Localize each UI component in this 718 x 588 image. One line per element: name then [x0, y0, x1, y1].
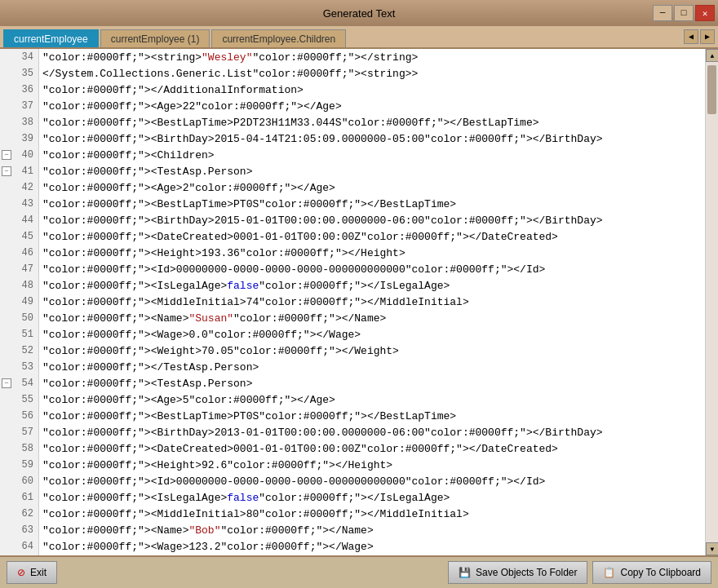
line-number-54: −54 [0, 375, 38, 391]
line-number-37: 37 [0, 98, 38, 114]
save-objects-button[interactable]: 💾 Save Objects To Folder [448, 561, 588, 584]
line-number-55: 55 [0, 391, 38, 408]
code-line-44: "color:#0000ff;"><BirthDay>2015-01-01T00… [39, 212, 705, 228]
expand-icon-41[interactable]: − [2, 166, 11, 176]
expand-icon-54[interactable]: − [2, 378, 11, 388]
tab-bar: currentEmployee currentEmployee (1) curr… [0, 26, 718, 49]
line-number-58: 58 [0, 440, 38, 457]
line-number-43: 43 [0, 196, 38, 212]
code-line-62: "color:#0000ff;"><MiddleInitial>80"color… [39, 506, 705, 522]
line-number-56: 56 [0, 408, 38, 424]
line-number-62: 62 [0, 506, 38, 522]
main-content: 343536373839−40−414243444546474849505152… [0, 49, 718, 555]
title-bar: Generated Text ─ □ ✕ [0, 0, 718, 26]
window-title: Generated Text [323, 7, 396, 20]
code-line-41: "color:#0000ff;"><TestAsp.Person> [39, 163, 705, 179]
line-number-48: 48 [0, 277, 38, 294]
tab-next-button[interactable]: ▶ [700, 29, 715, 44]
code-line-42: "color:#0000ff;"><Age>2"color:#0000ff;">… [39, 179, 705, 196]
code-lines: "color:#0000ff;"><string>"Wesley""color:… [39, 49, 705, 555]
code-line-35: </System.Collections.Generic.List"color:… [39, 65, 705, 82]
maximize-button[interactable]: □ [674, 5, 694, 21]
line-number-46: 46 [0, 245, 38, 261]
minimize-button[interactable]: ─ [653, 5, 672, 21]
line-number-60: 60 [0, 473, 38, 489]
code-line-52: "color:#0000ff;"><Weight>70.05"color:#00… [39, 343, 705, 359]
copy-clipboard-button[interactable]: 📋 Copy To Clipboard [592, 561, 711, 584]
line-number-44: 44 [0, 212, 38, 228]
line-number-61: 61 [0, 489, 38, 506]
code-line-63: "color:#0000ff;"><Name>"Bob""color:#0000… [39, 522, 705, 538]
line-number-59: 59 [0, 457, 38, 473]
save-icon: 💾 [459, 567, 471, 578]
line-number-38: 38 [0, 114, 38, 130]
line-number-51: 51 [0, 326, 38, 343]
line-number-42: 42 [0, 179, 38, 196]
scrollbar-thumb[interactable] [707, 65, 716, 114]
line-number-35: 35 [0, 65, 38, 82]
footer-right: 💾 Save Objects To Folder 📋 Copy To Clipb… [448, 561, 711, 584]
code-line-50: "color:#0000ff;"><Name>"Susan""color:#00… [39, 310, 705, 326]
tab-prev-button[interactable]: ◀ [684, 29, 698, 44]
code-line-55: "color:#0000ff;"><Age>5"color:#0000ff;">… [39, 391, 705, 408]
line-number-34: 34 [0, 49, 38, 65]
save-label: Save Objects To Folder [476, 567, 578, 578]
line-number-57: 57 [0, 424, 38, 440]
code-line-34: "color:#0000ff;"><string>"Wesley""color:… [39, 49, 705, 65]
line-number-52: 52 [0, 343, 38, 359]
code-line-65: "color:#0000ff;"><Weight>172.1"color:#00… [39, 555, 705, 555]
window-controls: ─ □ ✕ [653, 5, 715, 21]
code-line-46: "color:#0000ff;"><Height>193.36"color:#0… [39, 245, 705, 261]
code-line-56: "color:#0000ff;"><BestLapTime>PT0S"color… [39, 408, 705, 424]
footer: ⊘ Exit 💾 Save Objects To Folder 📋 Copy T… [0, 555, 718, 588]
code-line-48: "color:#0000ff;"><IsLegalAge>false"color… [39, 277, 705, 294]
exit-label: Exit [30, 567, 47, 578]
tab-current-employee[interactable]: currentEmployee [3, 29, 99, 47]
line-number-53: 53 [0, 359, 38, 375]
line-number-39: 39 [0, 130, 38, 147]
line-numbers: 343536373839−40−414243444546474849505152… [0, 49, 39, 555]
code-line-61: "color:#0000ff;"><IsLegalAge>false"color… [39, 489, 705, 506]
line-number-36: 36 [0, 82, 38, 98]
code-line-53: "color:#0000ff;"></TestAsp.Person> [39, 359, 705, 375]
line-number-45: 45 [0, 228, 38, 245]
scrollbar[interactable]: ▲ ▼ [705, 49, 718, 555]
code-line-58: "color:#0000ff;"><DateCreated>0001-01-01… [39, 440, 705, 457]
code-line-37: "color:#0000ff;"><Age>22"color:#0000ff;"… [39, 98, 705, 114]
scroll-down-button[interactable]: ▼ [706, 542, 718, 555]
line-number-40: −40 [0, 147, 38, 163]
code-line-39: "color:#0000ff;"><BirthDay>2015-04-14T21… [39, 130, 705, 147]
code-line-51: "color:#0000ff;"><Wage>0.0"color:#0000ff… [39, 326, 705, 343]
copy-label: Copy To Clipboard [620, 567, 701, 578]
code-line-47: "color:#0000ff;"><Id>00000000-0000-0000-… [39, 261, 705, 277]
exit-button[interactable]: ⊘ Exit [7, 561, 57, 584]
code-line-40: "color:#0000ff;"><Children> [39, 147, 705, 163]
line-number-63: 63 [0, 522, 38, 538]
code-line-57: "color:#0000ff;"><BirthDay>2013-01-01T00… [39, 424, 705, 440]
code-line-59: "color:#0000ff;"><Height>92.6"color:#000… [39, 457, 705, 473]
line-number-64: 64 [0, 538, 38, 555]
code-line-36: "color:#0000ff;"></AdditionalInformation… [39, 82, 705, 98]
expand-icon-40[interactable]: − [2, 150, 11, 160]
exit-icon: ⊘ [17, 567, 25, 578]
scroll-up-button[interactable]: ▲ [706, 49, 718, 62]
code-area[interactable]: "color:#0000ff;"><string>"Wesley""color:… [39, 49, 705, 555]
tab-current-employee-children[interactable]: currentEmployee.Children [211, 29, 346, 47]
code-line-45: "color:#0000ff;"><DateCreated>0001-01-01… [39, 228, 705, 245]
line-number-47: 47 [0, 261, 38, 277]
copy-icon: 📋 [603, 567, 615, 578]
line-number-41: −41 [0, 163, 38, 179]
line-number-65: 65 [0, 555, 38, 555]
tab-current-employee-1[interactable]: currentEmployee (1) [100, 29, 211, 47]
close-button[interactable]: ✕ [695, 5, 715, 21]
line-number-50: 50 [0, 310, 38, 326]
code-line-43: "color:#0000ff;"><BestLapTime>PT0S"color… [39, 196, 705, 212]
tab-navigation: ◀ ▶ [684, 29, 715, 44]
code-line-54: "color:#0000ff;"><TestAsp.Person> [39, 375, 705, 391]
code-line-60: "color:#0000ff;"><Id>00000000-0000-0000-… [39, 473, 705, 489]
code-line-49: "color:#0000ff;"><MiddleInitial>74"color… [39, 294, 705, 310]
code-line-38: "color:#0000ff;"><BestLapTime>P2DT23H11M… [39, 114, 705, 130]
code-line-64: "color:#0000ff;"><Wage>123.2"color:#0000… [39, 538, 705, 555]
line-number-49: 49 [0, 294, 38, 310]
